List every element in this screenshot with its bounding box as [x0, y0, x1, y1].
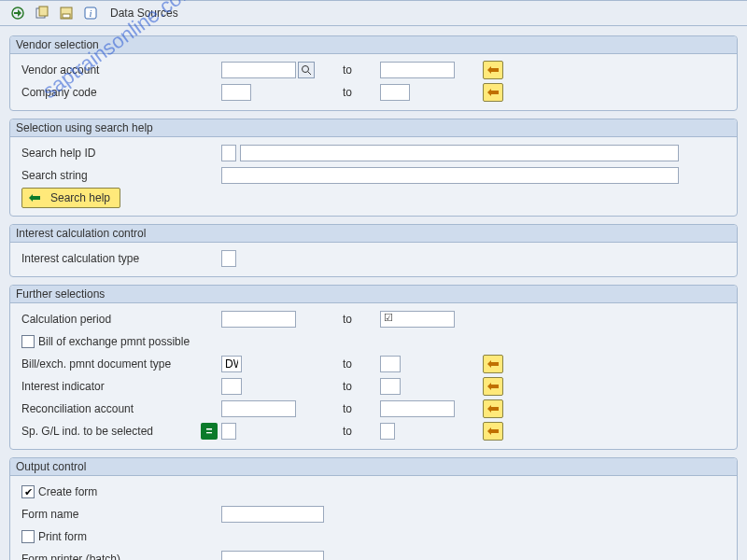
vendor-account-label: Vendor account — [16, 63, 221, 77]
form-printer-input[interactable] — [221, 551, 324, 560]
group-further-selections: Further selections Calculation period to… — [9, 285, 738, 450]
form-printer-label: Form printer (batch) — [16, 553, 221, 560]
svg-marker-15 — [487, 405, 499, 413]
group-interest-control: Interest calculation control Interest ca… — [9, 224, 738, 277]
search-string-input[interactable] — [221, 167, 679, 184]
svg-marker-13 — [487, 360, 499, 368]
interest-calc-type-label: Interest calculation type — [16, 252, 221, 265]
create-form-checkbox[interactable] — [21, 485, 35, 498]
svg-point-8 — [303, 66, 309, 73]
interest-calc-type-input[interactable] — [221, 250, 236, 267]
multiple-selection-icon[interactable] — [483, 61, 503, 79]
company-code-to[interactable] — [380, 84, 410, 101]
create-form-label: Create form — [38, 485, 97, 498]
svg-text:i: i — [89, 7, 92, 19]
to-label: to — [343, 63, 380, 77]
svg-marker-11 — [487, 89, 499, 96]
svg-line-9 — [308, 72, 311, 75]
save-variant-icon[interactable] — [58, 5, 75, 21]
to-label: to — [343, 86, 380, 99]
interest-indicator-label: Interest indicator — [16, 380, 221, 393]
recon-account-to[interactable] — [380, 400, 455, 417]
boe-possible-checkbox[interactable] — [21, 335, 35, 348]
group-title-output: Output control — [10, 458, 737, 476]
search-help-id-short[interactable] — [221, 145, 236, 161]
search-help-button-label: Search help — [50, 191, 110, 204]
equal-selection-icon[interactable]: = — [201, 423, 218, 440]
recon-account-from[interactable] — [221, 400, 296, 417]
svg-marker-10 — [487, 66, 499, 74]
to-label: to — [343, 313, 380, 326]
search-help-button[interactable]: Search help — [21, 188, 120, 208]
bill-doc-type-from[interactable] — [221, 356, 242, 372]
vendor-account-to[interactable] — [380, 62, 455, 78]
search-string-label: Search string — [16, 169, 221, 182]
multiple-selection-icon[interactable] — [483, 83, 503, 102]
company-code-from[interactable] — [221, 84, 251, 101]
multiple-selection-icon[interactable] — [483, 422, 503, 441]
print-form-label: Print form — [38, 530, 87, 543]
boe-possible-label: Bill of exchange pmnt possible — [38, 335, 190, 348]
svg-marker-14 — [487, 383, 499, 390]
sp-gl-from[interactable] — [221, 423, 236, 440]
calc-period-from[interactable] — [221, 311, 296, 328]
svg-rect-3 — [39, 7, 48, 16]
bill-doc-type-to[interactable] — [380, 356, 401, 372]
get-variant-icon[interactable] — [34, 5, 50, 21]
multiple-selection-icon[interactable] — [483, 377, 503, 396]
group-title-vendor-selection: Vendor selection — [10, 36, 737, 54]
calc-period-to[interactable] — [380, 311, 455, 328]
data-sources-label[interactable]: Data Sources — [110, 7, 178, 20]
svg-marker-16 — [487, 427, 499, 435]
group-output-control: Output control Create form Form name Pri… — [9, 457, 738, 560]
sp-gl-label: Sp. G/L ind. to be selected — [21, 425, 201, 438]
multiple-selection-icon[interactable] — [483, 399, 503, 418]
multiple-selection-icon[interactable] — [483, 355, 503, 373]
bill-doc-type-label: Bill/exch. pmnt document type — [16, 357, 221, 371]
group-title-further: Further selections — [10, 286, 737, 303]
group-vendor-selection: Vendor selection Vendor account to Compa… — [9, 35, 738, 111]
recon-account-label: Reconciliation account — [16, 402, 221, 415]
sp-gl-to[interactable] — [380, 423, 395, 440]
calc-period-label: Calculation period — [16, 313, 221, 326]
search-help-id-label: Search help ID — [16, 147, 221, 160]
svg-marker-12 — [29, 194, 40, 202]
form-name-input[interactable] — [221, 506, 324, 523]
execute-icon[interactable] — [9, 5, 26, 21]
form-name-label: Form name — [16, 508, 221, 521]
f4-help-icon[interactable] — [298, 62, 315, 78]
svg-rect-5 — [63, 14, 70, 18]
to-label: to — [343, 357, 380, 371]
interest-indicator-to[interactable] — [380, 378, 401, 395]
info-icon[interactable]: i — [82, 5, 99, 21]
app-toolbar: i Data Sources — [0, 0, 747, 26]
print-form-checkbox[interactable] — [21, 530, 35, 543]
group-search-help: Selection using search help Search help … — [9, 119, 738, 217]
group-title-search-help: Selection using search help — [10, 119, 737, 137]
to-label: to — [343, 425, 380, 438]
interest-indicator-from[interactable] — [221, 378, 242, 395]
to-label: to — [343, 402, 380, 415]
search-help-id-long[interactable] — [240, 145, 679, 161]
vendor-account-from[interactable] — [221, 62, 296, 78]
to-label: to — [343, 380, 380, 393]
svg-marker-1 — [14, 9, 21, 17]
company-code-label: Company code — [16, 86, 221, 99]
group-title-interest-control: Interest calculation control — [10, 225, 737, 243]
